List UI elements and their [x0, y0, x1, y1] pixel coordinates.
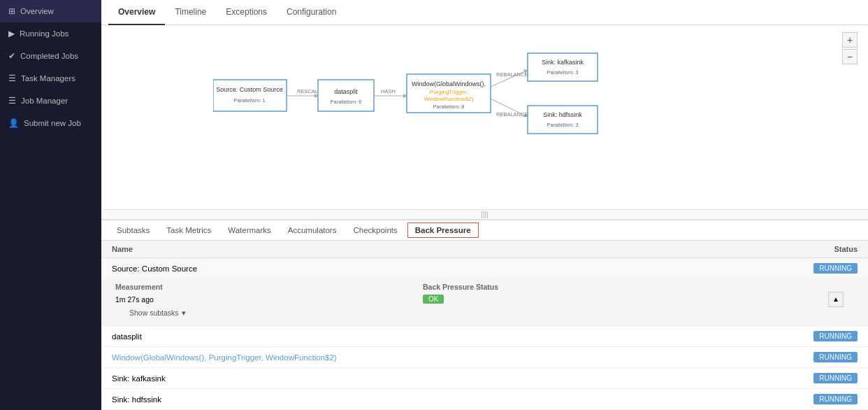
table-header: Name Status — [101, 241, 868, 258]
subtab-checkpoints[interactable]: Checkpoints — [345, 220, 405, 240]
subtask-data-row: 1m 27s ago OK ▲ — [115, 295, 854, 304]
sidebar-item-submit-new-job[interactable]: 👤 Submit new Job — [0, 112, 101, 134]
header-status: Status — [834, 245, 858, 253]
subtab-accumulators[interactable]: Accumulators — [280, 220, 345, 240]
zoom-out-button[interactable]: − — [842, 49, 858, 64]
table-row-window[interactable]: Window(GlobalWindows(), PurgingTrigger, … — [101, 347, 868, 368]
svg-text:Parallelism: 1: Parallelism: 1 — [233, 97, 265, 104]
collapse-button[interactable]: ▲ — [828, 292, 844, 307]
zoom-in-button[interactable]: + — [842, 32, 858, 48]
sidebar: ⊞ Overview ▶ Running Jobs ✔ Completed Jo… — [0, 0, 101, 410]
hdfssink-node[interactable] — [528, 106, 598, 134]
hdfssink-status: RUNNING — [813, 394, 858, 404]
submit-job-icon: 👤 — [8, 118, 19, 128]
tab-configuration[interactable]: Configuration — [277, 0, 346, 25]
window-name: Window(GlobalWindows(), PurgingTrigger, … — [112, 353, 337, 362]
subtab-watermarks[interactable]: Watermarks — [219, 220, 280, 240]
resize-handle[interactable]: |||| — [101, 209, 868, 220]
svg-text:REBALANCE: REBALANCE — [496, 111, 528, 118]
bp-status-header: Back Pressure Status — [423, 283, 563, 291]
source-detail: Measurement Back Pressure Status 1m 27s … — [101, 278, 868, 325]
datasplit-node[interactable] — [318, 80, 374, 111]
show-subtasks-label: Show subtasks — [129, 309, 179, 317]
svg-text:HASH: HASH — [381, 88, 396, 94]
show-subtasks-button[interactable]: Show subtasks ▾ — [115, 306, 854, 321]
bottom-tabs: Subtasks Task Metrics Watermarks Accumul… — [101, 220, 868, 241]
main-panel: Overview Timeline Exceptions Configurati… — [101, 0, 868, 410]
subtab-subtasks[interactable]: Subtasks — [108, 220, 158, 240]
completed-jobs-icon: ✔ — [8, 51, 15, 61]
svg-text:REBALANCE: REBALANCE — [496, 71, 528, 78]
measurement-header: Measurement — [115, 283, 395, 291]
svg-text:Window(GlobalWindows(),: Window(GlobalWindows(), — [412, 80, 486, 87]
table-row-datasplit[interactable]: datasplit RUNNING — [101, 326, 868, 347]
main-tabs: Overview Timeline Exceptions Configurati… — [101, 0, 868, 25]
source-name: Source: Custom Source — [112, 264, 197, 273]
bp-status-value: OK — [423, 295, 563, 304]
sidebar-item-label: Task Managers — [21, 74, 75, 83]
tab-overview[interactable]: Overview — [108, 0, 165, 25]
source-node[interactable] — [213, 80, 287, 111]
sidebar-item-label: Submit new Job — [24, 119, 81, 127]
header-name: Name — [112, 245, 133, 253]
sidebar-item-label: Completed Jobs — [20, 52, 78, 60]
table-row-hdfssink[interactable]: Sink: hdfssink RUNNING — [101, 389, 868, 410]
measurement-value: 1m 27s ago — [115, 295, 395, 304]
svg-text:Sink: hdfssink: Sink: hdfssink — [543, 111, 582, 118]
kafkasink-status: RUNNING — [813, 373, 858, 383]
sidebar-item-running-jobs[interactable]: ▶ Running Jobs — [0, 22, 101, 45]
subtab-back-pressure[interactable]: Back Pressure — [407, 222, 479, 238]
sidebar-item-label: Job Manager — [21, 97, 68, 105]
sidebar-item-task-managers[interactable]: ☰ Task Managers — [0, 67, 101, 90]
table-row-source: Source: Custom Source RUNNING Measuremen… — [101, 258, 868, 326]
subtab-task-metrics[interactable]: Task Metrics — [158, 220, 219, 240]
sidebar-item-label: Overview — [20, 7, 54, 15]
sidebar-item-overview[interactable]: ⊞ Overview — [0, 0, 101, 22]
svg-text:Parallelism: 6: Parallelism: 6 — [330, 99, 361, 105]
hdfssink-name: Sink: hdfssink — [112, 395, 161, 404]
task-managers-icon: ☰ — [8, 73, 16, 83]
svg-text:Sink: kafkasink: Sink: kafkasink — [542, 59, 584, 66]
bottom-panel: Subtasks Task Metrics Watermarks Accumul… — [101, 220, 868, 410]
svg-text:WindowFunction$2): WindowFunction$2) — [424, 96, 474, 102]
sidebar-item-label: Running Jobs — [20, 29, 68, 38]
graph-area: + − Source: Custom Source Parallelism: 1… — [101, 25, 868, 220]
datasplit-name: datasplit — [112, 332, 142, 341]
svg-text:Source: Custom Source: Source: Custom Source — [216, 86, 283, 93]
zoom-controls: + − — [842, 32, 858, 64]
svg-text:Parallelism: 3: Parallelism: 3 — [547, 122, 578, 128]
svg-text:Parallelism: 3: Parallelism: 3 — [547, 69, 578, 76]
tab-exceptions[interactable]: Exceptions — [216, 0, 277, 25]
kafkasink-node[interactable] — [528, 53, 598, 81]
job-graph: Source: Custom Source Parallelism: 1 RES… — [213, 46, 667, 200]
running-jobs-icon: ▶ — [8, 29, 15, 38]
table-row-kafkasink[interactable]: Sink: kafkasink RUNNING — [101, 368, 868, 389]
chevron-down-icon: ▾ — [182, 309, 186, 317]
sidebar-item-job-manager[interactable]: ☰ Job Manager — [0, 90, 101, 112]
overview-icon: ⊞ — [8, 6, 15, 16]
svg-text:Parallelism: 8: Parallelism: 8 — [433, 104, 464, 110]
sidebar-item-completed-jobs[interactable]: ✔ Completed Jobs — [0, 45, 101, 67]
tab-timeline[interactable]: Timeline — [165, 0, 216, 25]
source-row-main[interactable]: Source: Custom Source RUNNING — [101, 258, 868, 278]
svg-text:PurgingTrigger,: PurgingTrigger, — [430, 89, 468, 95]
source-status: RUNNING — [813, 263, 858, 274]
ok-badge: OK — [423, 295, 444, 304]
window-status: RUNNING — [813, 352, 858, 362]
job-manager-icon: ☰ — [8, 96, 16, 106]
kafkasink-name: Sink: kafkasink — [112, 374, 166, 383]
datasplit-status: RUNNING — [813, 331, 858, 341]
subtask-header: Measurement Back Pressure Status — [115, 283, 854, 291]
svg-text:datasplit: datasplit — [334, 88, 358, 95]
